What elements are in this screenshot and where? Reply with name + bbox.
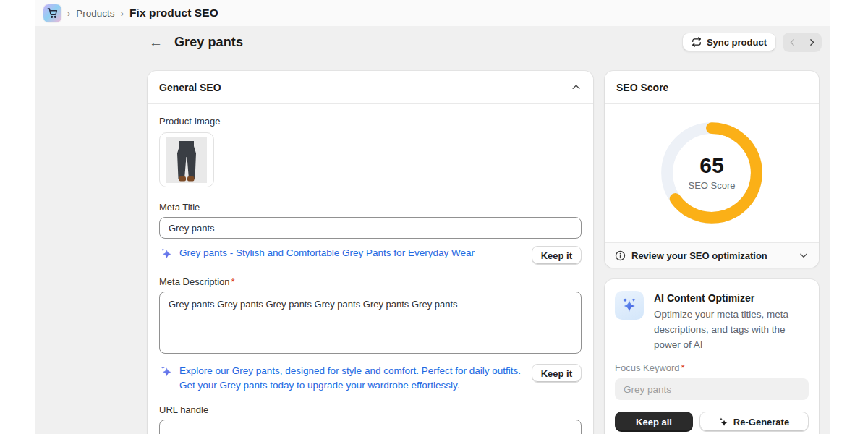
next-product-button[interactable]: [802, 33, 822, 52]
review-seo-optimization-label: Review your SEO optimization: [631, 250, 767, 261]
required-asterisk: *: [231, 276, 235, 287]
chevron-left-icon: [788, 38, 797, 47]
chevron-right-icon: [807, 38, 817, 47]
url-handle-label: URL handle: [159, 404, 582, 415]
regenerate-label: Re-Generate: [733, 417, 789, 427]
general-seo-card: General SEO Product Image Meta Title: [148, 71, 593, 434]
breadcrumb-separator: ›: [121, 8, 124, 19]
seo-score-value: 65: [699, 155, 723, 176]
seo-score-title: SEO Score: [616, 82, 668, 93]
sync-product-button[interactable]: Sync product: [682, 33, 776, 52]
keep-meta-title-button[interactable]: Keep it: [532, 246, 582, 265]
meta-title-suggestion-row: Grey pants - Stylish and Comfortable Gre…: [159, 246, 582, 265]
meta-title-suggestion-text: Grey pants - Stylish and Comfortable Gre…: [179, 246, 475, 260]
app-logo-icon[interactable]: [43, 4, 61, 22]
ai-optimizer-title: AI Content Optimizer: [654, 292, 799, 304]
meta-description-textarea[interactable]: Grey pants Grey pants Grey pants Grey pa…: [159, 292, 582, 354]
ai-optimizer-texts: AI Content Optimizer Optimize your meta …: [654, 291, 799, 352]
review-seo-optimization-bar[interactable]: Review your SEO optimization: [605, 242, 819, 268]
seo-score-caption: SEO Score: [688, 180, 735, 191]
back-button[interactable]: ←: [148, 35, 164, 49]
ai-optimizer-actions: Keep all Re-Generate: [615, 412, 809, 432]
product-pager: [783, 33, 822, 52]
ai-content-optimizer-card: AI Content Optimizer Optimize your meta …: [605, 279, 819, 434]
meta-description-label-text: Meta Description: [159, 276, 230, 287]
focus-keyword-label-text: Focus Keyword: [615, 362, 680, 373]
meta-title-input[interactable]: [159, 217, 582, 239]
sync-icon: [692, 37, 702, 47]
general-seo-header[interactable]: General SEO: [148, 71, 593, 104]
meta-description-label: Meta Description*: [159, 276, 582, 287]
chevron-down-icon[interactable]: [799, 250, 809, 260]
product-image-thumbnail[interactable]: [159, 132, 214, 187]
info-icon: [615, 250, 626, 261]
ai-optimizer-header: AI Content Optimizer Optimize your meta …: [615, 291, 809, 352]
keep-all-button[interactable]: Keep all: [615, 412, 693, 432]
chevron-up-icon[interactable]: [571, 82, 582, 93]
breadcrumb: › Products › Fix product SEO: [35, 0, 830, 26]
focus-keyword-input[interactable]: [615, 378, 809, 400]
ai-sparkle-icon: [161, 365, 172, 377]
regenerate-button[interactable]: Re-Generate: [699, 412, 809, 432]
page-header: ← Grey pants Sync product: [148, 32, 822, 52]
seo-score-header: SEO Score: [605, 71, 819, 104]
ai-sparkle-icon: [621, 297, 637, 313]
meta-description-suggestion-row: Explore our Grey pants, designed for sty…: [159, 364, 582, 393]
page-title: Grey pants: [174, 35, 243, 50]
url-handle-input[interactable]: [159, 420, 582, 434]
required-asterisk: *: [681, 362, 685, 373]
breadcrumb-current-page: Fix product SEO: [129, 7, 218, 20]
pants-image: [166, 137, 208, 183]
general-seo-title: General SEO: [159, 82, 221, 93]
ai-optimizer-description: Optimize your meta titles, meta descript…: [654, 307, 799, 352]
product-image-label: Product Image: [159, 116, 582, 127]
meta-title-label: Meta Title: [159, 202, 582, 213]
sparkle-icon: [719, 417, 728, 427]
fix-product-seo-page: › Products › Fix product SEO ← Grey pant…: [0, 0, 868, 434]
breadcrumb-separator: ›: [67, 8, 70, 19]
ai-sparkle-icon: [161, 247, 172, 259]
keep-meta-description-button[interactable]: Keep it: [532, 364, 582, 383]
previous-product-button[interactable]: [783, 33, 802, 52]
seo-score-gauge: 65 SEO Score: [658, 119, 766, 227]
sync-product-label: Sync product: [707, 37, 767, 48]
meta-description-suggestion-text: Explore our Grey pants, designed for sty…: [179, 364, 532, 393]
general-seo-body: Product Image Meta Title Grey p: [148, 116, 593, 434]
header-actions: Sync product: [682, 33, 822, 52]
ai-sparkle-tile-icon: [615, 291, 644, 320]
seo-score-card: SEO Score 65 SEO Score Review your SEO o…: [605, 71, 819, 268]
cart-icon: [47, 7, 59, 19]
breadcrumb-products[interactable]: Products: [76, 8, 114, 19]
seo-score-value-block: 65 SEO Score: [658, 119, 766, 227]
focus-keyword-label: Focus Keyword*: [615, 362, 809, 373]
